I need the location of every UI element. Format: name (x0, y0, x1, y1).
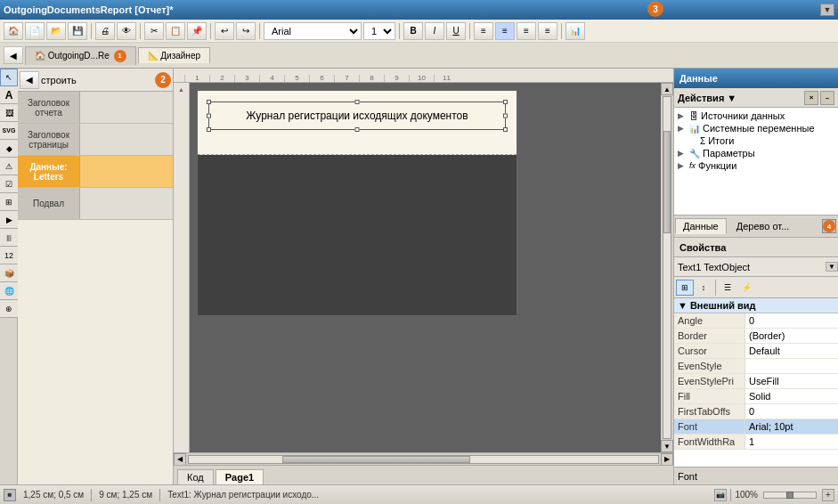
sv-track[interactable] (663, 96, 671, 439)
v-scrollbar[interactable]: ▲ ▼ (661, 83, 673, 452)
text-box-selected[interactable]: Журнал регистрации исходящих документов (208, 102, 506, 130)
handle-tl[interactable] (207, 100, 211, 104)
handle-tr[interactable] (503, 100, 508, 104)
arrow-right-tool[interactable]: ▶ (0, 211, 18, 229)
align-left-btn[interactable]: ≡ (474, 22, 493, 40)
align-center-btn[interactable]: ≡ (495, 22, 515, 40)
band-data-content[interactable] (80, 156, 173, 187)
tree-totals[interactable]: Σ Итоги (676, 134, 836, 147)
prop-angle-value[interactable]: 0 (745, 313, 838, 328)
chart-btn[interactable]: 📊 (565, 22, 585, 40)
tree-params[interactable]: ▶ 🔧 Параметры (676, 147, 836, 159)
handle-mr[interactable] (503, 114, 508, 118)
checkbox-tool[interactable]: ☑ (0, 175, 18, 193)
tab-expand-btn[interactable]: 4 (822, 219, 836, 233)
sv-down-btn[interactable]: ▼ (661, 440, 673, 452)
barcode-tool[interactable]: ||| (0, 229, 18, 247)
canvas-scroll-container: ▲ (174, 83, 673, 452)
new-btn[interactable]: 📄 (25, 22, 45, 40)
band-page-header-label: Заголовокстраницы (18, 124, 80, 155)
sh-right-btn[interactable]: ▶ (661, 453, 673, 466)
status-pos2: 9 см; 1,25 см (99, 490, 152, 500)
tree-functions[interactable]: ▶ fx Функции (676, 159, 836, 172)
side-tb-1[interactable]: ◀ (20, 71, 39, 89)
text-tool[interactable]: A (0, 86, 18, 104)
open-btn[interactable]: 📂 (46, 22, 66, 40)
tab-designer-icon: 📐 (148, 51, 159, 61)
prop-font-value[interactable]: Arial; 10pt (745, 419, 838, 434)
props-object-dropdown[interactable]: ▼ (826, 262, 838, 272)
number-tool[interactable]: 12 (0, 247, 18, 264)
align-justify-btn[interactable]: ≡ (538, 22, 557, 40)
band-page-header-content[interactable] (80, 124, 173, 155)
embed-tool[interactable]: 📦 (0, 264, 18, 282)
code-tab[interactable]: Код (177, 469, 214, 484)
band-report-header-content[interactable] (80, 92, 173, 123)
home-btn[interactable]: 🏠 (4, 22, 23, 40)
prop-border-value[interactable]: (Border) (745, 329, 838, 343)
nav-left-btn[interactable]: ◀ (4, 46, 23, 64)
align-right-btn[interactable]: ≡ (517, 22, 536, 40)
handle-bm[interactable] (355, 127, 360, 132)
expand-btn[interactable]: ▼ (820, 4, 834, 16)
tab-data[interactable]: Данные (675, 218, 727, 234)
canvas-scroll[interactable]: Журнал регистрации исходящих документов (190, 83, 661, 452)
font-size-selector[interactable]: 10 (363, 22, 395, 40)
bold-btn[interactable]: B (403, 22, 423, 40)
prop-fill-value[interactable]: Solid (745, 389, 838, 403)
prop-tb-alphabetical[interactable]: ↕ (695, 280, 712, 296)
tab-tree[interactable]: Дерево от... (728, 218, 798, 234)
prop-tb-list[interactable]: ☰ (719, 280, 736, 296)
table-tool[interactable]: ⊞ (0, 193, 18, 211)
italic-btn[interactable]: I (425, 22, 444, 40)
save-btn[interactable]: 💾 (68, 22, 87, 40)
undo-btn[interactable]: ↩ (215, 22, 234, 40)
sh-left-btn[interactable]: ◀ (174, 453, 186, 466)
report-header-area[interactable]: Журнал регистрации исходящих документов (198, 91, 517, 155)
tab-designer[interactable]: 📐 Дизайнер (138, 47, 211, 63)
more-tool[interactable]: ⊕ (0, 300, 18, 318)
globe-tool[interactable]: 🌐 (0, 282, 18, 300)
action-btn-2[interactable]: – (820, 91, 834, 105)
prop-firsttaboffs-value[interactable]: 0 (745, 404, 838, 419)
zoom-slider[interactable] (763, 492, 817, 499)
handle-ml[interactable] (207, 114, 211, 118)
paste-btn[interactable]: 📌 (187, 22, 207, 40)
zoom-camera-btn[interactable]: 📷 (714, 489, 727, 501)
label-totals: Итоги (708, 135, 734, 146)
underline-btn[interactable]: U (446, 22, 466, 40)
prop-fontwidthra-value[interactable]: 1 (745, 435, 838, 449)
cut-btn[interactable]: ✂ (144, 22, 164, 40)
prop-evenstylepri-value[interactable]: UseFill (745, 374, 838, 388)
tree-sysvars[interactable]: ▶ 📊 Системные переменные (676, 122, 836, 134)
sv-up-btn[interactable]: ▲ (661, 83, 673, 95)
tree-datasources[interactable]: ▶ 🗄 Источники данных (676, 110, 836, 122)
redo-btn[interactable]: ↪ (236, 22, 256, 40)
zoom-plus-btn[interactable]: + (822, 489, 834, 501)
tab-outgoing[interactable]: 🏠 OutgoingD...Re 1 (25, 46, 136, 65)
prop-tb-event[interactable]: ⚡ (737, 280, 755, 296)
prop-cursor-value[interactable]: Default (745, 344, 838, 358)
shape-tool[interactable]: ◆ (0, 140, 18, 158)
sv-thumb[interactable] (663, 131, 671, 233)
page1-tab[interactable]: Page1 (216, 469, 264, 484)
pointer-tool[interactable]: ↖ (0, 69, 18, 86)
print-btn[interactable]: 🖨 (95, 22, 115, 40)
preview-btn[interactable]: 👁 (117, 22, 136, 40)
handle-br[interactable] (503, 127, 508, 132)
prop-evenstyle-value[interactable] (745, 359, 838, 373)
action-btn-1[interactable]: × (804, 91, 818, 105)
h-scrollbar[interactable]: ◀ ▶ (174, 452, 673, 465)
sh-thumb[interactable] (282, 456, 470, 463)
handle-tm[interactable] (355, 100, 360, 104)
font-selector[interactable]: Arial (264, 22, 362, 40)
sh-track[interactable] (188, 455, 659, 464)
image-tool[interactable]: 🖼 (0, 104, 18, 122)
warning-tool[interactable]: ⚠ (0, 158, 18, 175)
copy-btn[interactable]: 📋 (166, 22, 185, 40)
zoom-thumb[interactable] (786, 492, 793, 499)
handle-bl[interactable] (207, 127, 211, 132)
svg-tool[interactable]: SVG (0, 122, 18, 140)
band-footer-content[interactable] (80, 188, 173, 219)
prop-tb-categorized[interactable]: ⊞ (676, 280, 694, 296)
